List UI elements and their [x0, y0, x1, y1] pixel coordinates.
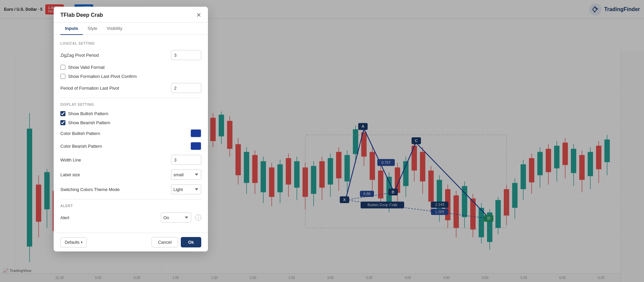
logical-section-label: LOGICAL SETTING [60, 42, 201, 45]
defaults-label: Defaults [65, 240, 79, 245]
label-size-row: Label size small tiny normal large huge [60, 170, 201, 180]
alert-section-label: ALERT [60, 204, 201, 208]
show-bearish-row: Show Bearish Pattern [60, 120, 201, 125]
show-bullish-row: Show Bullish Pattern [60, 111, 201, 116]
label-size-label: Label size [60, 172, 80, 177]
show-bullish-label: Show Bullish Pattern [68, 111, 108, 116]
alert-select[interactable]: On Off [161, 213, 191, 223]
show-valid-format-label: Show Valid Format [68, 65, 105, 70]
display-section-label: DISPLAY SETTING [60, 103, 201, 106]
switching-theme-row: Switching Colors Theme Mode Light Dark [60, 184, 201, 194]
width-line-input[interactable] [171, 155, 201, 165]
show-valid-format-checkbox[interactable] [60, 65, 65, 70]
close-button[interactable]: ✕ [196, 12, 201, 18]
modal-body: LOGICAL SETTING ZigZag Pivot Period Show… [54, 35, 208, 233]
modal-title: TFlab Deep Crab [60, 12, 103, 18]
color-bullish-swatch[interactable] [191, 129, 201, 137]
label-size-select[interactable]: small tiny normal large huge [171, 170, 201, 180]
color-bearish-label: Color Bearish Pattern [60, 144, 102, 149]
modal-header: TFlab Deep Crab ✕ [54, 7, 208, 22]
modal-footer: Defaults ▾ Cancel Ok [54, 233, 208, 251]
tab-visibility[interactable]: Visibility [102, 22, 127, 35]
period-formation-label: Period of Formation Last Pivot [60, 86, 119, 91]
show-formation-checkbox[interactable] [60, 74, 65, 79]
ok-button[interactable]: Ok [181, 237, 201, 247]
show-bearish-checkbox[interactable] [60, 120, 65, 125]
period-formation-row: Period of Formation Last Pivot [60, 83, 201, 93]
show-formation-label: Show Formation Last Pivot Confirm [68, 74, 137, 79]
zigzag-input[interactable] [171, 50, 201, 60]
width-line-row: Width Line [60, 155, 201, 165]
switching-theme-label: Switching Colors Theme Mode [60, 187, 120, 192]
cancel-button[interactable]: Cancel [152, 237, 178, 247]
period-formation-input[interactable] [171, 83, 201, 93]
tab-style[interactable]: Style [83, 22, 102, 35]
divider-2 [60, 199, 201, 199]
modal-dialog: TFlab Deep Crab ✕ Inputs Style Visibilit… [54, 7, 208, 251]
tab-inputs[interactable]: Inputs [60, 22, 83, 35]
defaults-chevron-icon: ▾ [81, 240, 83, 244]
zigzag-row: ZigZag Pivot Period [60, 50, 201, 60]
alert-info-icon[interactable]: i [195, 215, 201, 221]
width-line-label: Width Line [60, 157, 81, 162]
color-bullish-row: Color Bullish Pattern [60, 129, 201, 137]
show-bullish-checkbox[interactable] [60, 111, 65, 116]
zigzag-label: ZigZag Pivot Period [60, 53, 99, 58]
color-bearish-row: Color Bearish Pattern [60, 142, 201, 150]
alert-row: Alert On Off i [60, 213, 201, 223]
modal-tabs: Inputs Style Visibility [54, 22, 208, 35]
alert-label: Alert [60, 215, 69, 220]
color-bullish-label: Color Bullish Pattern [60, 131, 100, 136]
divider-1 [60, 98, 201, 98]
show-bearish-label: Show Bearish Pattern [68, 120, 110, 125]
switching-theme-select[interactable]: Light Dark [171, 184, 201, 194]
show-valid-format-row: Show Valid Format [60, 65, 201, 70]
show-formation-row: Show Formation Last Pivot Confirm [60, 74, 201, 79]
color-bearish-swatch[interactable] [191, 142, 201, 150]
footer-actions: Cancel Ok [152, 237, 201, 247]
defaults-button[interactable]: Defaults ▾ [60, 237, 87, 247]
